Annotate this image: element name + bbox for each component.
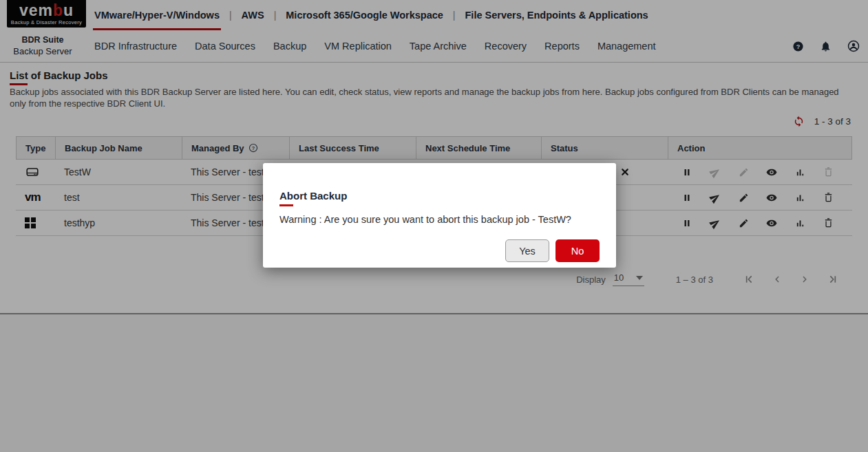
- abort-backup-dialog: Abort Backup Warning : Are you sure you …: [263, 163, 616, 268]
- dialog-title: Abort Backup: [279, 190, 347, 202]
- no-button[interactable]: No: [555, 239, 600, 262]
- app-window: vembu Backup & Disaster Recovery VMware/…: [0, 0, 868, 452]
- dialog-title-underline: [279, 204, 293, 206]
- dialog-warning-message: Warning : Are you sure you want to abort…: [279, 214, 571, 225]
- dialog-actions: Yes No: [505, 239, 600, 262]
- yes-button[interactable]: Yes: [505, 239, 549, 262]
